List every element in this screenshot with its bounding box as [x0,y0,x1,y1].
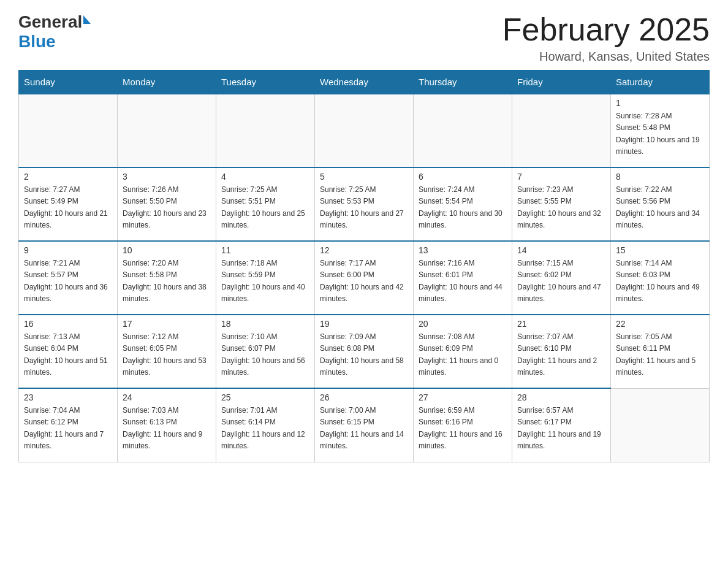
day-number: 16 [24,319,112,329]
day-number: 25 [221,393,309,402]
calendar-cell: 9Sunrise: 7:21 AMSunset: 5:57 PMDaylight… [19,241,118,315]
day-info: Sunrise: 7:08 AMSunset: 6:09 PMDaylight:… [419,331,507,378]
calendar-cell: 2Sunrise: 7:27 AMSunset: 5:49 PMDaylight… [19,167,118,241]
calendar-table: SundayMondayTuesdayWednesdayThursdayFrid… [18,70,710,462]
calendar-cell [118,94,216,167]
day-header-monday: Monday [118,71,216,94]
day-number: 14 [517,245,605,255]
day-number: 18 [221,319,309,329]
day-info: Sunrise: 7:16 AMSunset: 6:01 PMDaylight:… [419,258,507,305]
day-number: 7 [517,172,605,182]
calendar-cell: 18Sunrise: 7:10 AMSunset: 6:07 PMDayligh… [216,315,315,388]
month-title: February 2025 [502,12,710,47]
page-header: General Blue February 2025 Howard, Kansa… [18,12,710,64]
logo-flag-icon [83,15,91,24]
day-number: 9 [24,245,112,255]
calendar-cell: 14Sunrise: 7:15 AMSunset: 6:02 PMDayligh… [512,241,611,315]
day-number: 22 [616,319,704,329]
day-number: 5 [320,172,408,182]
day-number: 13 [419,245,507,255]
calendar-cell: 22Sunrise: 7:05 AMSunset: 6:11 PMDayligh… [611,315,710,388]
day-info: Sunrise: 7:24 AMSunset: 5:54 PMDaylight:… [419,184,507,231]
day-info: Sunrise: 7:10 AMSunset: 6:07 PMDaylight:… [221,331,309,378]
day-number: 23 [24,393,112,402]
header-row: SundayMondayTuesdayWednesdayThursdayFrid… [19,71,710,94]
day-header-thursday: Thursday [414,71,512,94]
calendar-cell: 19Sunrise: 7:09 AMSunset: 6:08 PMDayligh… [315,315,414,388]
day-number: 19 [320,319,408,329]
day-number: 6 [419,172,507,182]
calendar-body: 1Sunrise: 7:28 AMSunset: 5:48 PMDaylight… [19,94,710,462]
day-number: 27 [419,393,507,402]
week-row-2: 2Sunrise: 7:27 AMSunset: 5:49 PMDaylight… [19,167,710,241]
day-number: 10 [123,245,211,255]
day-info: Sunrise: 7:13 AMSunset: 6:04 PMDaylight:… [24,331,112,378]
day-info: Sunrise: 7:00 AMSunset: 6:15 PMDaylight:… [320,405,408,452]
day-header-tuesday: Tuesday [216,71,315,94]
day-number: 15 [616,245,704,255]
day-info: Sunrise: 7:25 AMSunset: 5:51 PMDaylight:… [221,184,309,231]
day-info: Sunrise: 7:07 AMSunset: 6:10 PMDaylight:… [517,331,605,378]
calendar-cell: 23Sunrise: 7:04 AMSunset: 6:12 PMDayligh… [19,388,118,462]
day-info: Sunrise: 7:23 AMSunset: 5:55 PMDaylight:… [517,184,605,231]
calendar-cell: 13Sunrise: 7:16 AMSunset: 6:01 PMDayligh… [414,241,512,315]
week-row-3: 9Sunrise: 7:21 AMSunset: 5:57 PMDaylight… [19,241,710,315]
day-number: 12 [320,245,408,255]
day-info: Sunrise: 7:21 AMSunset: 5:57 PMDaylight:… [24,258,112,305]
day-info: Sunrise: 7:14 AMSunset: 6:03 PMDaylight:… [616,258,704,305]
calendar-cell: 15Sunrise: 7:14 AMSunset: 6:03 PMDayligh… [611,241,710,315]
calendar-cell: 7Sunrise: 7:23 AMSunset: 5:55 PMDaylight… [512,167,611,241]
calendar-header: SundayMondayTuesdayWednesdayThursdayFrid… [19,71,710,94]
day-info: Sunrise: 7:22 AMSunset: 5:56 PMDaylight:… [616,184,704,231]
day-info: Sunrise: 7:20 AMSunset: 5:58 PMDaylight:… [123,258,211,305]
day-header-wednesday: Wednesday [315,71,414,94]
day-info: Sunrise: 7:27 AMSunset: 5:49 PMDaylight:… [24,184,112,231]
day-info: Sunrise: 7:18 AMSunset: 5:59 PMDaylight:… [221,258,309,305]
day-info: Sunrise: 7:01 AMSunset: 6:14 PMDaylight:… [221,405,309,452]
day-info: Sunrise: 7:09 AMSunset: 6:08 PMDaylight:… [320,331,408,378]
logo: General Blue [18,12,91,52]
day-number: 8 [616,172,704,182]
day-info: Sunrise: 7:04 AMSunset: 6:12 PMDaylight:… [24,405,112,452]
day-info: Sunrise: 6:57 AMSunset: 6:17 PMDaylight:… [517,405,605,452]
calendar-cell: 5Sunrise: 7:25 AMSunset: 5:53 PMDaylight… [315,167,414,241]
calendar-cell [315,94,414,167]
day-info: Sunrise: 7:15 AMSunset: 6:02 PMDaylight:… [517,258,605,305]
day-number: 21 [517,319,605,329]
day-header-sunday: Sunday [19,71,118,94]
day-info: Sunrise: 7:12 AMSunset: 6:05 PMDaylight:… [123,331,211,378]
week-row-1: 1Sunrise: 7:28 AMSunset: 5:48 PMDaylight… [19,94,710,167]
calendar-cell: 24Sunrise: 7:03 AMSunset: 6:13 PMDayligh… [118,388,216,462]
logo-blue-text: Blue [18,32,56,51]
calendar-cell: 4Sunrise: 7:25 AMSunset: 5:51 PMDaylight… [216,167,315,241]
calendar-cell [216,94,315,167]
week-row-4: 16Sunrise: 7:13 AMSunset: 6:04 PMDayligh… [19,315,710,388]
day-number: 28 [517,393,605,402]
location-subtitle: Howard, Kansas, United States [502,50,710,64]
day-number: 17 [123,319,211,329]
calendar-cell: 26Sunrise: 7:00 AMSunset: 6:15 PMDayligh… [315,388,414,462]
calendar-cell: 1Sunrise: 7:28 AMSunset: 5:48 PMDaylight… [611,94,710,167]
calendar-cell: 6Sunrise: 7:24 AMSunset: 5:54 PMDaylight… [414,167,512,241]
day-number: 11 [221,245,309,255]
day-header-friday: Friday [512,71,611,94]
day-header-saturday: Saturday [611,71,710,94]
calendar-cell [19,94,118,167]
calendar-cell: 20Sunrise: 7:08 AMSunset: 6:09 PMDayligh… [414,315,512,388]
calendar-cell [512,94,611,167]
calendar-cell [611,388,710,462]
day-number: 3 [123,172,211,182]
day-number: 1 [616,98,704,108]
day-info: Sunrise: 7:25 AMSunset: 5:53 PMDaylight:… [320,184,408,231]
calendar-cell: 27Sunrise: 6:59 AMSunset: 6:16 PMDayligh… [414,388,512,462]
calendar-cell: 21Sunrise: 7:07 AMSunset: 6:10 PMDayligh… [512,315,611,388]
calendar-cell: 25Sunrise: 7:01 AMSunset: 6:14 PMDayligh… [216,388,315,462]
calendar-cell: 17Sunrise: 7:12 AMSunset: 6:05 PMDayligh… [118,315,216,388]
day-info: Sunrise: 7:05 AMSunset: 6:11 PMDaylight:… [616,331,704,378]
calendar-cell: 3Sunrise: 7:26 AMSunset: 5:50 PMDaylight… [118,167,216,241]
calendar-cell: 16Sunrise: 7:13 AMSunset: 6:04 PMDayligh… [19,315,118,388]
day-number: 24 [123,393,211,402]
day-number: 4 [221,172,309,182]
calendar-cell: 11Sunrise: 7:18 AMSunset: 5:59 PMDayligh… [216,241,315,315]
calendar-cell: 12Sunrise: 7:17 AMSunset: 6:00 PMDayligh… [315,241,414,315]
